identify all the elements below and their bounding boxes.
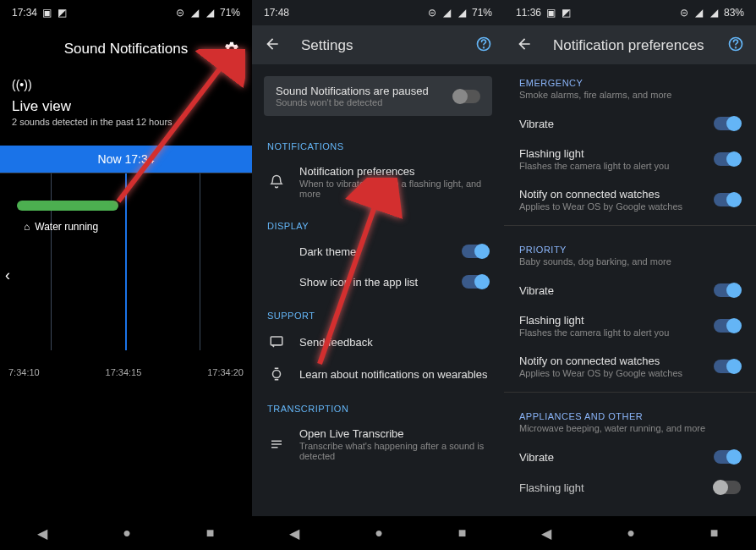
signal-icon: ◢ (709, 7, 720, 19)
toggle[interactable] (714, 193, 741, 206)
timeline[interactable]: ⌂ Water running ‹ (0, 173, 252, 350)
priority-flashing-row[interactable]: Flashing lightFlashes the camera light t… (504, 305, 756, 346)
screen-sound-notifications: 17:34 ▣ ◩ ⊝ ◢ ◢ 71% Sound Notifications … (0, 0, 252, 550)
translate-icon: ◩ (56, 7, 68, 19)
now-bar[interactable]: Now 17:34 (0, 146, 252, 173)
axis-tick: 17:34:15 (106, 367, 142, 377)
status-bar: 17:48 ⊝ ◢ ◢ 71% (252, 0, 504, 25)
sound-event-bar[interactable] (17, 201, 118, 211)
toggle[interactable] (714, 117, 741, 130)
item-primary: Vibrate (519, 118, 693, 130)
battery-text: 71% (220, 7, 240, 19)
gear-icon[interactable] (223, 41, 240, 61)
home-icon: ⌂ (24, 221, 30, 233)
signal-icon: ◢ (205, 7, 216, 19)
battery-text: 83% (724, 7, 744, 19)
toggle[interactable] (714, 450, 741, 464)
svg-rect-3 (271, 337, 282, 345)
item-secondary: Transcribe what's happening after a soun… (299, 441, 489, 461)
notification-preferences-item[interactable]: Notification preferences When to vibrate… (252, 157, 504, 207)
toggle[interactable] (714, 283, 741, 297)
item-primary: Notify on connected watches (519, 355, 693, 367)
wifi-icon: ◢ (189, 7, 201, 19)
section-appliances-sub: Microwave beeping, water running, and mo… (504, 423, 756, 442)
dark-theme-item[interactable]: Dark theme (252, 236, 504, 267)
priority-vibrate-row[interactable]: Vibrate (504, 275, 756, 305)
signal-icon: ◢ (457, 7, 468, 19)
section-notifications: NOTIFICATIONS (252, 128, 504, 157)
nav-back-icon[interactable]: ◀ (541, 525, 551, 542)
item-primary: Flashing light (519, 147, 693, 160)
paused-title: Sound Notifications are paused (276, 85, 429, 97)
emergency-vibrate-row[interactable]: Vibrate (504, 108, 756, 139)
wifi-icon: ◢ (693, 7, 705, 19)
system-nav-bar: ◀ ● ■ (504, 516, 756, 550)
cast-icon: ▣ (545, 7, 556, 19)
paused-sub: Sounds won't be detected (276, 97, 429, 107)
status-bar: 11:36 ▣ ◩ ⊝ ◢ ◢ 83% (504, 0, 756, 25)
back-arrow-icon[interactable] (516, 36, 533, 56)
transcribe-icon (267, 437, 286, 452)
nav-recent-icon[interactable]: ■ (458, 525, 467, 541)
status-time: 17:48 (264, 7, 289, 19)
toggle[interactable] (714, 319, 741, 333)
item-secondary: When to vibrate, turn on a flashing ligh… (299, 179, 489, 199)
chevron-left-icon[interactable]: ‹ (5, 267, 10, 284)
item-secondary: Applies to Wear OS by Google watches (519, 368, 693, 378)
dark-theme-toggle[interactable] (462, 245, 489, 258)
item-primary: Show icon in the app list (299, 276, 441, 289)
nav-back-icon[interactable]: ◀ (289, 525, 299, 542)
page-title: Settings (301, 37, 455, 54)
system-nav-bar: ◀ ● ■ (252, 516, 504, 550)
item-primary: Flashing light (519, 314, 693, 327)
screen-notification-preferences: 11:36 ▣ ◩ ⊝ ◢ ◢ 83% Notification prefere… (504, 0, 756, 550)
item-primary: Notify on connected watches (519, 188, 693, 201)
back-arrow-icon[interactable] (264, 36, 281, 56)
page-title: Sound Notifications (64, 41, 188, 58)
svg-point-7 (736, 47, 737, 48)
paused-toggle[interactable] (453, 90, 480, 103)
show-icon-toggle[interactable] (462, 275, 489, 289)
priority-watches-row[interactable]: Notify on connected watchesApplies to We… (504, 346, 756, 387)
status-time: 11:36 (516, 7, 541, 19)
emergency-watches-row[interactable]: Notify on connected watchesApplies to We… (504, 179, 756, 220)
show-icon-item[interactable]: Show icon in the app list (252, 267, 504, 297)
paused-banner: Sound Notifications are paused Sounds wo… (264, 76, 492, 116)
section-emergency-sub: Smoke alarms, fire alarms, and more (504, 90, 756, 108)
help-icon[interactable] (727, 36, 744, 56)
nav-home-icon[interactable]: ● (375, 525, 383, 541)
emergency-flashing-row[interactable]: Flashing lightFlashes the camera light t… (504, 139, 756, 179)
axis-tick: 7:34:10 (8, 367, 40, 377)
live-view-heading: Live view (12, 98, 240, 115)
item-primary: Learn about notifications on wearables (299, 368, 489, 381)
nav-recent-icon[interactable]: ■ (206, 525, 215, 541)
item-primary: Dark theme (299, 245, 441, 258)
item-primary: Vibrate (519, 284, 693, 297)
toggle[interactable] (714, 481, 741, 494)
live-view-sub: 2 sounds detected in the past 12 hours (12, 117, 240, 127)
translate-icon: ◩ (560, 7, 572, 19)
dnd-icon: ⊝ (426, 7, 438, 19)
send-feedback-item[interactable]: Send feedback (252, 326, 504, 358)
appliances-flashing-row[interactable]: Flashing light (504, 472, 756, 503)
nav-home-icon[interactable]: ● (627, 525, 635, 541)
nav-recent-icon[interactable]: ■ (710, 525, 719, 541)
status-time: 17:34 (12, 7, 37, 19)
event-label: ⌂ Water running (24, 221, 98, 233)
toggle[interactable] (714, 152, 741, 166)
item-secondary: Flashes the camera light to alert you (519, 327, 693, 338)
item-secondary: Flashes the camera light to alert you (519, 161, 693, 171)
app-header: Sound Notifications (0, 25, 252, 66)
screen-settings: 17:48 ⊝ ◢ ◢ 71% Settings Sound Notificat… (252, 0, 504, 550)
nav-home-icon[interactable]: ● (123, 525, 131, 541)
toggle[interactable] (714, 360, 741, 373)
nav-back-icon[interactable]: ◀ (37, 525, 47, 542)
learn-wearables-item[interactable]: Learn about notifications on wearables (252, 358, 504, 390)
appliances-vibrate-row[interactable]: Vibrate (504, 442, 756, 472)
help-icon[interactable] (475, 36, 492, 56)
section-support: SUPPORT (252, 297, 504, 326)
bell-icon (267, 174, 286, 190)
open-transcribe-item[interactable]: Open Live Transcribe Transcribe what's h… (252, 419, 504, 470)
item-primary: Vibrate (519, 451, 693, 464)
item-primary: Flashing light (519, 481, 693, 494)
